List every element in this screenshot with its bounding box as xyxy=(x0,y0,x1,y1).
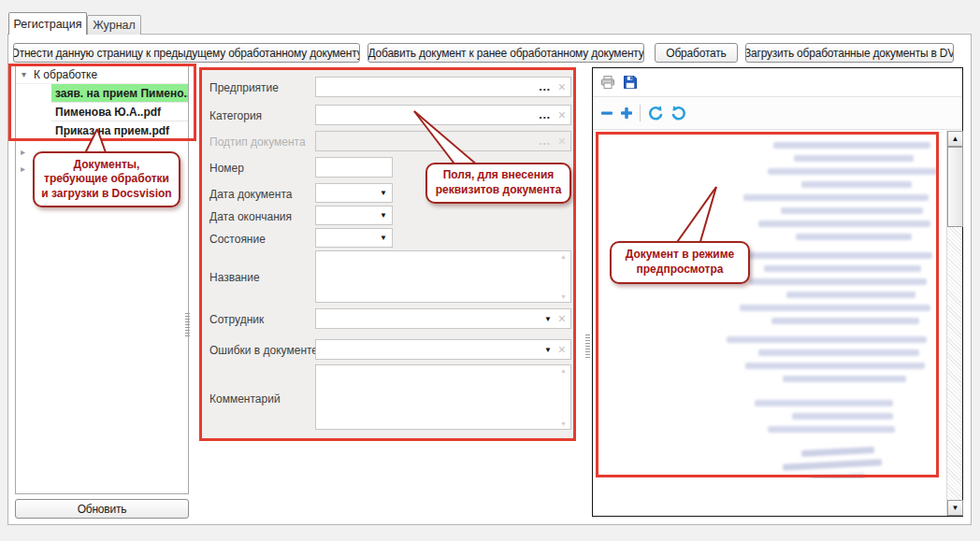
comment-textarea[interactable]: ▲ ▼ xyxy=(315,364,571,430)
enterprise-lookup-field[interactable]: … × xyxy=(315,77,571,97)
field-label-doc-subtype: Подтип документа xyxy=(209,135,306,149)
preview-callout-text: Документ в режиме предпросмотра xyxy=(617,248,742,277)
clear-icon: × xyxy=(558,135,566,148)
tree-callout: Документы, требующие обработки и загрузк… xyxy=(33,151,180,207)
tree-item-selected[interactable]: заяв. на прием Пимено... xyxy=(51,84,188,103)
scroll-up-icon: ▲ xyxy=(952,135,959,143)
field-label-comment: Комментарий xyxy=(209,392,281,406)
scroll-up-icon: ▲ xyxy=(560,367,567,374)
field-label-doc-errors: Ошибки в документе xyxy=(209,344,318,357)
tree-item[interactable]: Приказ на прием.pdf xyxy=(51,121,188,140)
doc-date-combo[interactable]: ▼ xyxy=(315,183,393,203)
tree-node-collapsed[interactable]: ▸ xyxy=(21,145,25,160)
add-document-button-label: Добавить документ к ранее обработанному … xyxy=(368,47,643,60)
chevron-down-icon[interactable]: ▼ xyxy=(544,346,552,354)
form-callout: Поля, для внесения реквизитов документа xyxy=(425,163,571,204)
chevron-down-icon[interactable]: ▼ xyxy=(544,315,552,323)
right-splitter-grip[interactable] xyxy=(585,335,590,359)
zoom-in-icon[interactable] xyxy=(620,107,633,120)
clear-icon[interactable]: × xyxy=(558,312,566,325)
scrollbar-up-button[interactable]: ▲ xyxy=(947,131,963,147)
upload-to-dv-button[interactable]: Загрузить обработанные документы в DV xyxy=(745,43,954,63)
tab-journal[interactable]: Журнал xyxy=(87,15,141,35)
app-window: Журнал Регистрация Отнести данную страни… xyxy=(0,0,980,541)
add-document-button[interactable]: Добавить документ к ранее обработанному … xyxy=(368,43,644,63)
assign-page-button[interactable]: Отнести данную страницу к предыдущему об… xyxy=(13,43,360,63)
scroll-up-icon: ▲ xyxy=(560,253,567,260)
upload-to-dv-button-label: Загрузить обработанные документы в DV xyxy=(745,47,954,60)
tree-item[interactable]: Пименова Ю.А..pdf xyxy=(51,103,188,121)
chevron-down-icon[interactable]: ▼ xyxy=(380,211,387,220)
field-label-number: Номер xyxy=(209,162,244,175)
field-label-enterprise: Предприятие xyxy=(209,81,279,94)
state-combo[interactable]: ▼ xyxy=(315,228,393,248)
process-button[interactable]: Обработать xyxy=(655,43,738,63)
scrollbar-down-button[interactable]: ▼ xyxy=(947,500,963,516)
left-splitter-grip[interactable] xyxy=(185,313,190,337)
chevron-down-icon[interactable]: ▼ xyxy=(380,234,387,242)
employee-combo[interactable]: ▼ × xyxy=(315,308,571,329)
end-date-combo[interactable]: ▼ xyxy=(315,206,393,225)
rotate-right-icon[interactable] xyxy=(670,105,687,121)
tree-node-collapsed[interactable]: ▸ xyxy=(21,162,25,177)
expander-closed-icon[interactable]: ▸ xyxy=(21,164,25,174)
zoom-out-icon[interactable] xyxy=(600,107,613,120)
scrollbar-thumb[interactable] xyxy=(947,147,963,227)
clear-icon[interactable]: × xyxy=(558,80,566,93)
scroll-down-icon: ▼ xyxy=(560,420,567,427)
scroll-down-icon: ▼ xyxy=(560,293,567,300)
clear-icon[interactable]: × xyxy=(558,343,566,356)
field-label-title: Название xyxy=(209,271,260,284)
field-label-doc-date: Дата документа xyxy=(209,188,292,201)
tree-node-root[interactable]: ▾ К обработке xyxy=(16,66,188,84)
rotate-left-icon[interactable] xyxy=(647,105,664,121)
refresh-button[interactable]: Обновить xyxy=(15,499,189,519)
tab-journal-label: Журнал xyxy=(93,19,136,32)
form-callout-text: Поля, для внесения реквизитов документа xyxy=(433,168,564,197)
preview-callout-tail xyxy=(666,183,724,245)
save-icon[interactable] xyxy=(623,75,638,90)
assign-page-button-label: Отнести данную страницу к предыдущему об… xyxy=(13,47,360,60)
lookup-ellipsis-icon[interactable]: … xyxy=(539,112,552,117)
doc-errors-combo[interactable]: ▼ × xyxy=(315,339,571,360)
scroll-down-icon: ▼ xyxy=(952,504,959,512)
tree-callout-text: Документы, требующие обработки и загрузк… xyxy=(40,158,173,202)
field-label-state: Состояние xyxy=(209,233,266,246)
field-label-category: Категория xyxy=(209,109,262,122)
tree-item-label: заяв. на прием Пимено... xyxy=(55,87,188,100)
lookup-ellipsis-icon: … xyxy=(539,138,552,143)
tree-node-root-label: К обработке xyxy=(34,68,97,81)
number-input[interactable] xyxy=(315,157,393,178)
chevron-down-icon[interactable]: ▼ xyxy=(380,189,387,197)
preview-scrollbar[interactable]: ▲ ▼ xyxy=(946,131,962,516)
tab-registration[interactable]: Регистрация xyxy=(8,12,87,35)
clear-icon[interactable]: × xyxy=(558,108,566,121)
print-icon[interactable] xyxy=(600,75,615,90)
tab-registration-label: Регистрация xyxy=(13,18,81,31)
preview-toolbar-file xyxy=(593,68,962,97)
tree-item-label: Пименова Ю.А..pdf xyxy=(55,106,161,119)
field-label-end-date: Дата окончания xyxy=(209,210,292,223)
process-button-label: Обработать xyxy=(666,47,726,60)
preview-document-page xyxy=(715,140,942,478)
toolbar-separator xyxy=(640,105,641,121)
preview-toolbar-zoom xyxy=(593,97,962,130)
form-callout-tail xyxy=(410,108,484,168)
expander-open-icon[interactable]: ▾ xyxy=(22,70,26,79)
preview-callout: Документ в режиме предпросмотра xyxy=(610,241,750,284)
title-textarea[interactable]: ▲ ▼ xyxy=(315,250,571,303)
field-label-employee: Сотрудник xyxy=(209,313,264,326)
lookup-ellipsis-icon[interactable]: … xyxy=(539,84,552,89)
refresh-button-label: Обновить xyxy=(78,503,127,516)
expander-closed-icon[interactable]: ▸ xyxy=(21,148,25,157)
